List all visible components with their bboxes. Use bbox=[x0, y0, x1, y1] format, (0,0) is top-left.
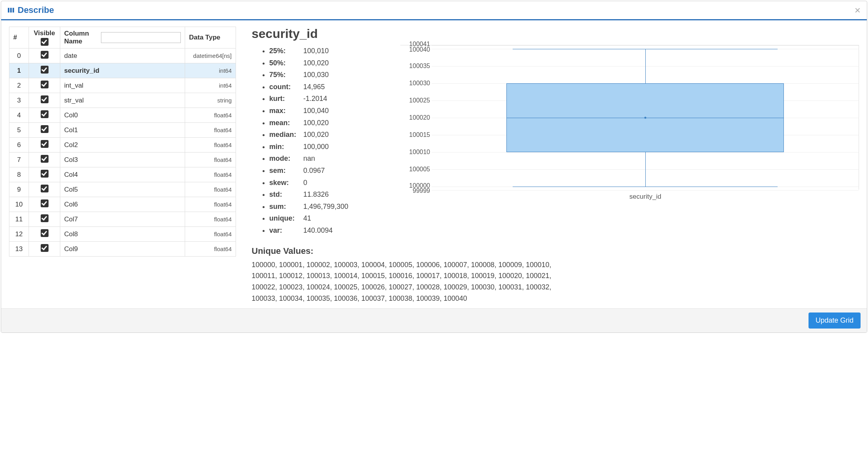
boxplot-chart: 1000009999910004110004010000510001010001… bbox=[400, 45, 859, 201]
row-visible-cell bbox=[29, 182, 60, 197]
stat-key: sum: bbox=[269, 201, 301, 213]
visible-checkbox[interactable] bbox=[41, 66, 49, 74]
stat-value: 140.0094 bbox=[303, 226, 333, 234]
stat-value: 100,010 bbox=[303, 47, 329, 55]
table-row[interactable]: 1security_idint64 bbox=[9, 63, 236, 78]
visible-checkbox[interactable] bbox=[41, 125, 49, 133]
close-button[interactable]: × bbox=[855, 5, 861, 15]
stat-item: min: 100,000 bbox=[269, 141, 385, 153]
table-row[interactable]: 6Col2float64 bbox=[9, 138, 236, 153]
visible-checkbox[interactable] bbox=[41, 185, 49, 192]
stat-item: sum: 1,496,799,300 bbox=[269, 201, 385, 213]
row-index: 12 bbox=[9, 227, 29, 242]
update-grid-button[interactable]: Update Grid bbox=[809, 313, 861, 329]
row-visible-cell bbox=[29, 153, 60, 167]
header-data-type[interactable]: Data Type bbox=[185, 27, 236, 48]
row-visible-cell bbox=[29, 63, 60, 78]
visible-checkbox[interactable] bbox=[41, 81, 49, 88]
row-column-name: Col6 bbox=[60, 197, 185, 212]
visible-checkbox[interactable] bbox=[41, 155, 49, 163]
row-data-type: float64 bbox=[185, 227, 236, 242]
table-row[interactable]: 7Col3float64 bbox=[9, 153, 236, 167]
table-row[interactable]: 2int_valint64 bbox=[9, 78, 236, 93]
stat-item: 25%: 100,010 bbox=[269, 45, 385, 57]
table-row[interactable]: 9Col5float64 bbox=[9, 182, 236, 197]
row-index: 9 bbox=[9, 182, 29, 197]
stat-key: std: bbox=[269, 189, 301, 201]
row-data-type: float64 bbox=[185, 138, 236, 153]
header-column-name: Column Name bbox=[60, 27, 185, 48]
stat-item: median: 100,020 bbox=[269, 129, 385, 141]
row-data-type: float64 bbox=[185, 182, 236, 197]
row-column-name: str_val bbox=[60, 93, 185, 108]
column-name-filter-input[interactable] bbox=[101, 32, 181, 43]
stat-item: mode: nan bbox=[269, 153, 385, 165]
stat-value: 0.0967 bbox=[303, 167, 325, 174]
row-data-type: float64 bbox=[185, 197, 236, 212]
row-index: 5 bbox=[9, 123, 29, 138]
table-row[interactable]: 4Col0float64 bbox=[9, 108, 236, 123]
stat-item: unique: 41 bbox=[269, 212, 385, 224]
stat-value: 0 bbox=[303, 179, 307, 187]
ytick-label: 100020 bbox=[400, 114, 430, 121]
detail-panel: security_id 25%: 100,01050%: 100,02075%:… bbox=[252, 27, 859, 304]
selected-column-title: security_id bbox=[252, 27, 859, 41]
visible-checkbox[interactable] bbox=[41, 170, 49, 178]
svg-rect-1 bbox=[10, 8, 12, 13]
stat-item: var: 140.0094 bbox=[269, 224, 385, 237]
stat-key: 50%: bbox=[269, 57, 301, 69]
row-column-name: Col3 bbox=[60, 153, 185, 167]
row-data-type: float64 bbox=[185, 153, 236, 167]
unique-values-list: 100000, 100001, 100002, 100003, 100004, … bbox=[252, 259, 565, 304]
visible-checkbox[interactable] bbox=[41, 110, 49, 118]
stat-key: min: bbox=[269, 141, 301, 153]
row-visible-cell bbox=[29, 242, 60, 257]
row-visible-cell bbox=[29, 78, 60, 93]
row-visible-cell bbox=[29, 108, 60, 123]
table-row[interactable]: 12Col8float64 bbox=[9, 227, 236, 242]
visible-checkbox[interactable] bbox=[41, 140, 49, 148]
row-column-name: Col2 bbox=[60, 138, 185, 153]
visible-checkbox[interactable] bbox=[41, 199, 49, 207]
visible-checkbox[interactable] bbox=[41, 244, 49, 252]
ytick-label: 100041100040 bbox=[400, 42, 430, 52]
stat-value: -1.2014 bbox=[303, 95, 327, 102]
ytick-label: 100035 bbox=[400, 63, 430, 70]
stat-value: 100,020 bbox=[303, 59, 329, 67]
row-data-type: float64 bbox=[185, 167, 236, 182]
row-visible-cell bbox=[29, 48, 60, 63]
table-row[interactable]: 13Col9float64 bbox=[9, 242, 236, 257]
row-visible-cell bbox=[29, 197, 60, 212]
row-data-type: float64 bbox=[185, 212, 236, 227]
table-row[interactable]: 3str_valstring bbox=[9, 93, 236, 108]
unique-values-heading: Unique Values: bbox=[252, 246, 859, 256]
visible-checkbox[interactable] bbox=[41, 229, 49, 237]
row-index: 11 bbox=[9, 212, 29, 227]
table-row[interactable]: 8Col4float64 bbox=[9, 167, 236, 182]
bars-icon bbox=[7, 7, 14, 14]
columns-panel: # Visible Column Name bbox=[9, 27, 236, 304]
visible-checkbox[interactable] bbox=[41, 51, 49, 59]
visible-checkbox[interactable] bbox=[41, 214, 49, 222]
header-index[interactable]: # bbox=[9, 27, 29, 48]
stat-value: 1,496,799,300 bbox=[303, 203, 348, 210]
row-visible-cell bbox=[29, 227, 60, 242]
toggle-all-checkbox[interactable] bbox=[41, 38, 49, 46]
row-visible-cell bbox=[29, 167, 60, 182]
stat-item: kurt: -1.2014 bbox=[269, 93, 385, 105]
stat-value: 100,030 bbox=[303, 71, 329, 79]
stat-value: 14,965 bbox=[303, 83, 325, 91]
table-row[interactable]: 5Col1float64 bbox=[9, 123, 236, 138]
stat-item: sem: 0.0967 bbox=[269, 165, 385, 177]
header-visible[interactable]: Visible bbox=[29, 27, 60, 48]
stat-key: 75%: bbox=[269, 69, 301, 81]
table-row[interactable]: 11Col7float64 bbox=[9, 212, 236, 227]
row-index: 8 bbox=[9, 167, 29, 182]
ytick-label: 10000099999 bbox=[400, 183, 430, 194]
visible-checkbox[interactable] bbox=[41, 95, 49, 103]
table-row[interactable]: 10Col6float64 bbox=[9, 197, 236, 212]
row-index: 4 bbox=[9, 108, 29, 123]
ytick-label: 100010 bbox=[400, 149, 430, 156]
table-row[interactable]: 0datedatetime64[ns] bbox=[9, 48, 236, 63]
stat-value: 11.8326 bbox=[303, 190, 329, 198]
